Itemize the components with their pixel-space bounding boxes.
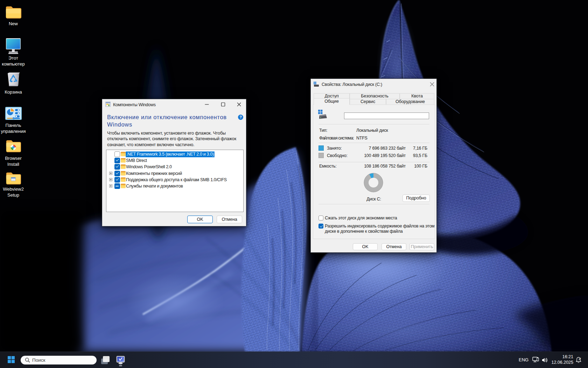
svg-text:?: ?	[239, 115, 241, 119]
svg-text:z: z	[580, 357, 581, 359]
